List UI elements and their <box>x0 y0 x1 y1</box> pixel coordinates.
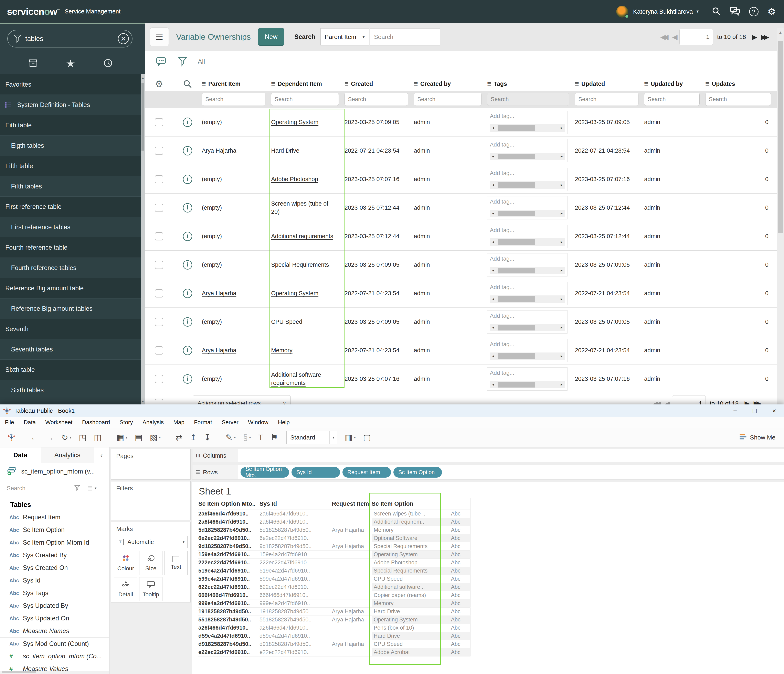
comments-icon[interactable] <box>156 56 167 67</box>
scroll-right-icon[interactable]: ► <box>558 269 565 272</box>
sidebar-item-reference-big-amount-table[interactable]: Reference Big amount table <box>0 278 141 298</box>
scrollbar-track[interactable] <box>496 324 558 331</box>
tab-analytics[interactable]: Analytics <box>41 447 94 463</box>
data-panel-hscrollbar[interactable] <box>0 671 109 674</box>
new-button[interactable]: New <box>258 28 284 46</box>
sort-descending-icon[interactable]: ↧ <box>204 433 211 442</box>
scroll-right-icon[interactable]: ► <box>558 155 565 158</box>
field-sc-item-option-mtom-id[interactable]: AbcSc Item Option Mtom Id <box>0 536 109 549</box>
scroll-left-icon[interactable]: ◄ <box>490 297 496 301</box>
info-icon[interactable]: i <box>183 203 192 213</box>
sidebar-item-seventh[interactable]: Seventh <box>0 319 141 339</box>
column-header-parent-item[interactable]: ☰Parent Item <box>202 81 271 87</box>
parent-item-link[interactable]: Arya Hajarha <box>202 347 236 354</box>
fields-search-input[interactable] <box>4 482 71 494</box>
page-input[interactable] <box>680 29 713 45</box>
column-filter-dependent-item[interactable] <box>271 93 339 106</box>
dependent-item-link[interactable]: Operating System <box>271 118 325 126</box>
breadcrumb-all[interactable]: All <box>198 58 205 65</box>
minimize-icon[interactable]: − <box>725 407 745 415</box>
user-menu[interactable]: Kateryna Bukhtiiarova <box>633 8 693 15</box>
dependent-item-link[interactable]: Additional software requirements <box>271 371 344 387</box>
scroll-left-icon[interactable]: ◄ <box>490 212 496 215</box>
info-icon[interactable]: i <box>183 374 192 384</box>
sidebar-item-first-reference-table[interactable]: First reference table <box>0 197 141 217</box>
scroll-right-icon[interactable]: ► <box>558 383 565 387</box>
scrollbar-track[interactable] <box>496 381 558 388</box>
scrollbar-thumb[interactable] <box>498 325 535 331</box>
scroll-left-icon[interactable]: ◄ <box>490 269 496 272</box>
tab-favorites-icon[interactable]: ★ <box>66 57 75 70</box>
show-me-button[interactable]: Show Me <box>739 433 775 441</box>
add-tag-input[interactable]: Add tag... <box>490 341 565 348</box>
row-checkbox[interactable] <box>155 375 163 383</box>
help-icon[interactable]: ? <box>749 7 759 16</box>
dependent-item-link[interactable]: CPU Speed <box>271 318 308 326</box>
tags-editor[interactable]: Add tag...◄► <box>487 253 568 276</box>
navigator-filter[interactable]: ✕ <box>7 30 132 48</box>
menu-analysis[interactable]: Analysis <box>143 419 164 426</box>
sidebar-item-reference-big-amount-tables[interactable]: Reference Big amount tables <box>0 298 141 319</box>
add-tag-input[interactable]: Add tag... <box>490 227 565 233</box>
info-icon[interactable]: i <box>183 118 192 127</box>
fix-axes-icon[interactable]: ⚑ <box>271 433 278 442</box>
list-search-icon[interactable] <box>173 79 202 89</box>
scroll-up-icon[interactable]: ▲ <box>141 75 145 79</box>
scroll-right-icon[interactable]: ► <box>558 212 565 215</box>
scrollbar-thumb[interactable] <box>498 268 535 273</box>
dependent-item-link[interactable]: Hard Drive <box>271 147 306 155</box>
sidebar-item-fourth-reference-table[interactable]: Fourth reference table <box>0 238 141 258</box>
column-header-tags[interactable]: ☰Tags <box>487 81 575 87</box>
column-header-updates[interactable]: ☰Updates <box>705 81 777 87</box>
tags-editor[interactable]: Add tag...◄► <box>487 196 568 219</box>
info-icon[interactable]: i <box>183 146 192 155</box>
save-icon[interactable]: ◳ <box>79 433 87 442</box>
select-all-checkbox[interactable] <box>155 399 163 404</box>
sidebar-item-first-reference-tables[interactable]: First reference tables <box>0 217 141 238</box>
sidebar-item-system-definition-tables[interactable]: System Definition - Tables <box>0 95 141 115</box>
scroll-left-icon[interactable]: ◄ <box>490 126 496 130</box>
scroll-right-icon[interactable]: ► <box>558 326 565 329</box>
columns-shelf[interactable] <box>238 449 784 462</box>
field-request-item[interactable]: AbcRequest Item <box>0 511 109 523</box>
scroll-up-icon[interactable]: ▲ <box>777 28 784 35</box>
duplicate-sheet-icon[interactable]: ▤ <box>135 433 143 442</box>
last-page-icon[interactable]: ▶▶ <box>761 33 769 41</box>
parent-item-link[interactable]: Arya Hajarha <box>202 290 236 297</box>
row-checkbox[interactable] <box>155 204 163 212</box>
scrollbar-track[interactable] <box>496 210 558 217</box>
tags-editor[interactable]: Add tag...◄► <box>487 111 568 134</box>
scroll-left-icon[interactable]: ◄ <box>490 155 496 158</box>
scrollbar-thumb[interactable] <box>498 239 535 245</box>
tags-scrollbar[interactable]: ◄► <box>490 238 565 246</box>
menu-story[interactable]: Story <box>120 419 133 426</box>
tags-scrollbar[interactable]: ◄► <box>490 381 565 388</box>
sidebar-item-seventh-tables[interactable]: Seventh tables <box>0 339 141 360</box>
info-icon[interactable]: i <box>183 231 192 241</box>
tags-scrollbar[interactable]: ◄► <box>490 353 565 360</box>
tags-scrollbar[interactable]: ◄► <box>490 210 565 217</box>
scroll-right-icon[interactable]: ► <box>558 354 565 358</box>
add-tag-input[interactable]: Add tag... <box>490 370 565 376</box>
menu-format[interactable]: Format <box>194 419 212 426</box>
scroll-left-icon[interactable]: ◄ <box>490 326 496 329</box>
next-page-icon[interactable]: ▶ <box>745 399 750 404</box>
prev-page-icon[interactable]: ◀ <box>672 33 678 41</box>
menu-file[interactable]: File <box>5 419 14 426</box>
column-filter-created-by[interactable] <box>414 93 482 106</box>
mark-type-select[interactable]: T Automatic ▾ <box>114 536 188 548</box>
tags-scrollbar[interactable]: ◄► <box>490 181 565 189</box>
sidebar-item-eigth-tables[interactable]: Eigth tables <box>0 135 141 156</box>
info-icon[interactable]: i <box>183 346 192 355</box>
scrollbar-thumb[interactable] <box>498 211 535 216</box>
scroll-down-icon[interactable]: ▼ <box>141 400 145 403</box>
scrollbar-thumb[interactable] <box>778 41 783 233</box>
add-tag-input[interactable]: Add tag... <box>490 113 565 120</box>
menu-window[interactable]: Window <box>248 419 269 426</box>
scrollbar-thumb[interactable] <box>498 182 535 188</box>
field-sys-mod-count-count[interactable]: AbcSys Mod Count (Count) <box>0 637 109 650</box>
add-tag-input[interactable]: Add tag... <box>490 312 565 319</box>
pages-card[interactable]: Pages <box>111 449 191 480</box>
tags-editor[interactable]: Add tag...◄► <box>487 367 568 391</box>
filter-navigator-input[interactable] <box>25 35 118 43</box>
